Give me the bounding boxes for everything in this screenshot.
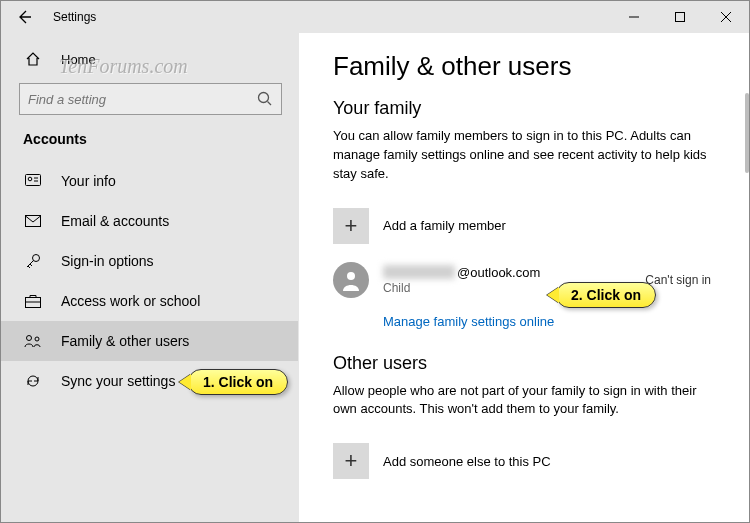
svg-rect-0 [676, 13, 685, 22]
sidebar-item-label: Your info [61, 173, 116, 189]
minimize-icon [629, 12, 639, 22]
sidebar-item-label: Access work or school [61, 293, 200, 309]
svg-point-3 [28, 177, 32, 181]
family-icon [23, 334, 43, 348]
home-nav[interactable]: Home [1, 41, 298, 77]
family-heading: Your family [333, 98, 715, 119]
avatar [333, 262, 369, 298]
search-box[interactable] [19, 83, 282, 115]
search-icon [257, 91, 273, 107]
sidebar-item-email[interactable]: Email & accounts [1, 201, 298, 241]
redacted-name [383, 265, 455, 279]
person-icon [340, 269, 362, 291]
close-icon [721, 12, 731, 22]
svg-point-5 [33, 255, 40, 262]
svg-point-8 [35, 337, 39, 341]
sidebar-item-label: Sync your settings [61, 373, 175, 389]
close-button[interactable] [703, 1, 749, 33]
add-other-user-button[interactable]: + Add someone else to this PC [333, 433, 715, 489]
add-family-label: Add a family member [383, 218, 506, 233]
home-icon [23, 51, 43, 67]
add-family-member-button[interactable]: + Add a family member [333, 198, 715, 254]
sidebar: Home Accounts Your info Email & accounts… [1, 33, 299, 522]
section-heading: Accounts [1, 127, 298, 161]
other-users-heading: Other users [333, 353, 715, 374]
other-users-description: Allow people who are not part of your fa… [333, 382, 715, 420]
callout-step-1: 1. Click on [188, 369, 288, 395]
callout-step-2: 2. Click on [556, 282, 656, 308]
scrollbar[interactable] [745, 93, 749, 173]
svg-point-1 [259, 93, 269, 103]
sidebar-item-work[interactable]: Access work or school [1, 281, 298, 321]
plus-icon: + [333, 208, 369, 244]
sidebar-item-signin[interactable]: Sign-in options [1, 241, 298, 281]
briefcase-icon [23, 294, 43, 308]
settings-window: Settings Home [0, 0, 750, 523]
sidebar-item-your-info[interactable]: Your info [1, 161, 298, 201]
window-title: Settings [47, 10, 96, 24]
email-icon [23, 215, 43, 227]
plus-icon: + [333, 443, 369, 479]
maximize-icon [675, 12, 685, 22]
svg-rect-4 [26, 216, 41, 227]
home-label: Home [61, 52, 96, 67]
member-status: Can't sign in [645, 273, 715, 287]
svg-point-9 [347, 272, 355, 280]
svg-point-7 [27, 336, 32, 341]
minimize-button[interactable] [611, 1, 657, 33]
family-description: You can allow family members to sign in … [333, 127, 715, 184]
sidebar-item-label: Family & other users [61, 333, 189, 349]
sidebar-item-label: Email & accounts [61, 213, 169, 229]
sidebar-item-label: Sign-in options [61, 253, 154, 269]
content-pane: Family & other users Your family You can… [299, 33, 749, 522]
back-arrow-icon [16, 9, 32, 25]
key-icon [23, 253, 43, 269]
titlebar: Settings [1, 1, 749, 33]
manage-family-link[interactable]: Manage family settings online [383, 314, 554, 329]
sidebar-item-family[interactable]: Family & other users [1, 321, 298, 361]
sync-icon [23, 373, 43, 389]
member-email: @outlook.com [383, 265, 645, 280]
page-title: Family & other users [333, 51, 715, 82]
maximize-button[interactable] [657, 1, 703, 33]
your-info-icon [23, 174, 43, 188]
search-input[interactable] [28, 92, 257, 107]
family-member-row[interactable]: @outlook.com Child Can't sign in [333, 262, 715, 298]
svg-rect-2 [26, 175, 41, 186]
back-button[interactable] [1, 9, 47, 25]
add-other-label: Add someone else to this PC [383, 454, 551, 469]
